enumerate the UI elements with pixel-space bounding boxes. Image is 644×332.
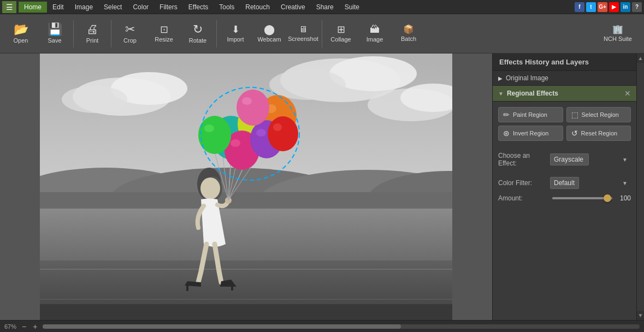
zoom-level-display: 67% xyxy=(4,323,16,330)
scrollbar-thumb[interactable] xyxy=(43,324,401,329)
hamburger-menu[interactable]: ☰ xyxy=(2,1,16,13)
zoom-plus-button[interactable]: + xyxy=(32,323,38,330)
regional-effects-close-button[interactable]: ✕ xyxy=(624,89,631,98)
effect-select[interactable]: Grayscale Blur Sharpen Brightness Contra… xyxy=(550,153,589,165)
amount-value: 100 xyxy=(615,194,631,202)
svg-rect-49 xyxy=(40,304,452,320)
save-button[interactable]: 💾 Save xyxy=(38,17,71,51)
photo-canvas xyxy=(40,54,452,320)
original-image-label: Original Image xyxy=(506,74,548,82)
amount-label: Amount: xyxy=(498,194,550,202)
collage-button[interactable]: ⊞ Collage xyxy=(324,17,357,51)
facebook-icon[interactable]: f xyxy=(575,2,584,12)
color-filter-select[interactable]: Default Red Green Blue xyxy=(550,177,579,189)
rotate-icon: ↻ xyxy=(193,23,203,35)
regional-effects-header[interactable]: ▼ Regional Effects ✕ xyxy=(493,86,636,102)
svg-point-41 xyxy=(204,124,214,132)
image-icon: 🏔 xyxy=(370,25,380,34)
twitter-icon[interactable]: t xyxy=(586,2,596,12)
menu-item-image[interactable]: Image xyxy=(69,2,98,13)
color-filter-select-wrapper: Default Red Green Blue ▼ xyxy=(550,177,631,189)
linkedin-icon[interactable]: in xyxy=(621,2,630,12)
original-image-header[interactable]: ▶ Original Image xyxy=(493,71,636,85)
svg-rect-16 xyxy=(40,269,452,270)
scroll-up-arrow-icon[interactable]: ▲ xyxy=(636,54,644,63)
open-button[interactable]: 📂 Open xyxy=(4,17,37,51)
svg-rect-23 xyxy=(231,285,233,290)
canvas-area[interactable] xyxy=(0,54,492,320)
select-region-icon: ⬚ xyxy=(571,110,578,119)
crop-button[interactable]: ✂ Crop xyxy=(114,17,146,51)
menu-item-effects[interactable]: Effects xyxy=(183,2,214,13)
screenshot-button[interactable]: 🖥 Screenshot xyxy=(287,17,320,51)
color-filter-label: Color Filter: xyxy=(498,179,550,187)
horizontal-scrollbar[interactable] xyxy=(43,324,640,329)
menu-item-share[interactable]: Share xyxy=(311,2,339,13)
amount-slider[interactable] xyxy=(552,197,612,199)
choose-effect-row: Choose an Effect: Grayscale Blur Sharpen… xyxy=(498,152,631,167)
collage-icon: ⊞ xyxy=(337,25,345,34)
original-image-section: ▶ Original Image xyxy=(493,71,636,86)
rotate-button[interactable]: ↻ Rotate xyxy=(181,17,214,51)
svg-rect-13 xyxy=(40,192,452,209)
menu-item-tools[interactable]: Tools xyxy=(214,2,240,13)
toolbar-separator-4 xyxy=(322,20,322,48)
panel-title: Effects History and Layers xyxy=(499,58,589,66)
webcam-button[interactable]: ⬤ Webcam xyxy=(253,17,286,51)
amount-row: Amount: 100 xyxy=(498,194,631,202)
google-icon[interactable]: G+ xyxy=(598,2,607,12)
menu-item-edit[interactable]: Edit xyxy=(47,2,69,13)
import-icon: ⬇ xyxy=(232,25,240,34)
svg-point-47 xyxy=(242,97,252,105)
import-button[interactable]: ⬇ Import xyxy=(219,17,252,51)
panel-header: Effects History and Layers xyxy=(493,54,636,71)
svg-point-44 xyxy=(268,116,298,151)
save-icon: 💾 xyxy=(48,23,62,35)
color-filter-select-arrow-icon: ▼ xyxy=(622,180,628,186)
scroll-down-arrow-icon[interactable]: ▼ xyxy=(636,311,644,320)
crop-icon: ✂ xyxy=(125,23,135,35)
rotate-label: Rotate xyxy=(189,37,206,44)
menu-item-suite[interactable]: Suite xyxy=(339,2,365,13)
menu-bar: ☰ Home Edit Image Select Color Filters E… xyxy=(0,0,644,14)
print-button[interactable]: 🖨 Print xyxy=(76,17,109,51)
toolbar-separator-3 xyxy=(216,20,217,48)
crop-label: Crop xyxy=(123,37,137,44)
panel-scrollbar[interactable]: ▲ ▼ xyxy=(636,54,644,320)
menu-item-retouch[interactable]: Retouch xyxy=(240,2,275,13)
batch-button[interactable]: 📦 Batch xyxy=(392,17,425,51)
collapse-arrow-icon: ▶ xyxy=(498,75,503,81)
effect-select-wrapper: Grayscale Blur Sharpen Brightness Contra… xyxy=(550,153,631,165)
webcam-icon: ⬤ xyxy=(264,25,275,34)
screenshot-icon: 🖥 xyxy=(299,25,308,34)
menu-item-creative[interactable]: Creative xyxy=(275,2,311,13)
image-label: Image xyxy=(367,36,383,43)
batch-label: Batch xyxy=(401,35,416,42)
svg-point-45 xyxy=(273,123,282,131)
image-button[interactable]: 🏔 Image xyxy=(358,17,391,51)
nch-icon: 🏢 xyxy=(612,25,623,34)
help-icon[interactable]: ? xyxy=(632,2,642,12)
menu-item-home[interactable]: Home xyxy=(19,2,47,13)
menu-item-filters[interactable]: Filters xyxy=(154,2,183,13)
resize-icon: ⊡ xyxy=(160,25,168,34)
zoom-minus-button[interactable]: − xyxy=(21,323,27,330)
top-right-icons: f t G+ ▶ in ? xyxy=(575,2,642,12)
batch-icon: 📦 xyxy=(403,25,414,34)
amount-slider-thumb[interactable] xyxy=(604,194,611,202)
save-label: Save xyxy=(48,37,61,44)
bottom-bar: 67% − + xyxy=(0,320,644,332)
menu-item-color[interactable]: Color xyxy=(127,2,154,13)
svg-point-46 xyxy=(237,90,269,126)
reset-region-icon: ↺ xyxy=(571,129,578,138)
select-region-button[interactable]: ⬚ Select Region xyxy=(566,107,631,122)
invert-region-button[interactable]: ⊛ Invert Region xyxy=(498,126,563,141)
paint-region-button[interactable]: ✏ Paint Region xyxy=(498,107,563,122)
resize-label: Resize xyxy=(155,36,173,43)
toolbar: 📂 Open 💾 Save 🖨 Print ✂ Crop ⊡ Resize ↻ … xyxy=(0,14,644,54)
nch-suite-button[interactable]: 🏢 NCH Suite xyxy=(596,17,640,51)
menu-item-select[interactable]: Select xyxy=(98,2,127,13)
reset-region-button[interactable]: ↺ Reset Region xyxy=(566,126,631,141)
youtube-icon[interactable]: ▶ xyxy=(609,2,619,12)
resize-button[interactable]: ⊡ Resize xyxy=(147,17,180,51)
